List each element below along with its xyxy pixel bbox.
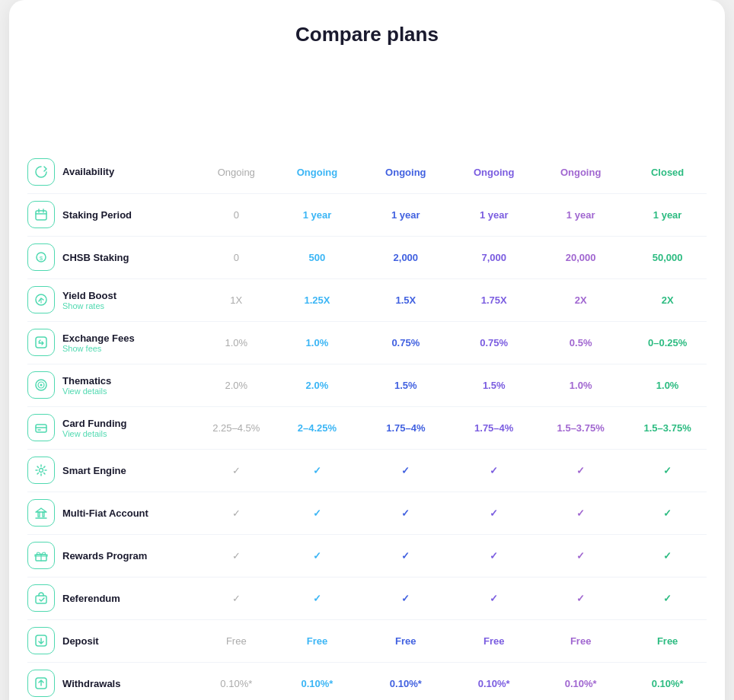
page-title: Compare plans — [27, 23, 707, 46]
cell-3-3: 1.75X — [455, 278, 533, 321]
cell-value-1-1: 1 year — [300, 209, 335, 221]
plan-icon-standard — [216, 74, 256, 113]
cell-value-0-4: Ongoing — [557, 167, 604, 178]
cell-12-2: 0.10%* — [356, 662, 455, 700]
cell-value-3-2: 1.5X — [392, 294, 419, 306]
cell-value-2-5: 50,000 — [649, 252, 686, 263]
feature-row-8: Multi-Fiat Account ✓✓✓✓✓✓ — [27, 492, 707, 534]
cell-value-1-4: 1 year — [563, 209, 598, 221]
cell-value-3-0: 1X — [227, 294, 245, 306]
feature-sub-3[interactable]: Show rates — [62, 301, 116, 310]
cell-value-8-4: ✓ — [573, 508, 588, 519]
cell-value-12-2: 0.10%* — [387, 678, 425, 689]
plan-header-box-genesis: Genesis — [631, 65, 704, 138]
cell-value-12-1: 0.10%* — [298, 678, 336, 689]
compare-table: Standard Explorer Community Pioneer — [27, 65, 707, 700]
feature-name-cell-12: Withdrawals — [27, 662, 195, 700]
plan-header-pioneer: Pioneer — [455, 65, 533, 151]
cell-value-6-4: 1.5–3.75% — [554, 422, 608, 434]
cell-0-3: Ongoing — [455, 151, 533, 193]
feature-row-7: Smart Engine ✓✓✓✓✓✓ — [27, 449, 707, 492]
cell-1-0: 0 — [195, 193, 278, 236]
feature-row-10: Referendum ✓✓✓✓✓✓ — [27, 577, 707, 619]
cell-1-3: 1 year — [455, 193, 533, 236]
cell-value-10-2: ✓ — [398, 593, 413, 604]
cell-value-9-2: ✓ — [398, 550, 413, 562]
feature-name-9: Rewards Program — [62, 550, 147, 562]
cell-7-4: ✓ — [533, 449, 628, 492]
cell-12-5: 0.10%* — [628, 662, 707, 700]
cell-5-4: 1.0% — [533, 364, 628, 406]
feature-sub-6[interactable]: View details — [62, 429, 127, 438]
cell-8-0: ✓ — [195, 492, 278, 534]
svg-rect-22 — [43, 512, 44, 517]
cell-12-3: 0.10%* — [455, 662, 533, 700]
cell-value-6-1: 2–4.25% — [295, 422, 340, 434]
feature-icon-4 — [27, 329, 55, 356]
feature-cell-4: Exchange Fees Show fees — [27, 329, 195, 356]
cell-value-5-1: 2.0% — [303, 380, 332, 391]
feature-cell-11: Deposit — [27, 627, 195, 654]
plan-header-community: Community — [356, 65, 455, 151]
cell-7-1: ✓ — [278, 449, 357, 492]
cell-value-1-0: 0 — [231, 209, 242, 221]
cell-value-2-3: 7,000 — [478, 252, 509, 263]
cell-value-4-5: 0–0.25% — [645, 337, 690, 348]
feature-name-cell-11: Deposit — [27, 619, 195, 662]
feature-sub-4[interactable]: Show fees — [62, 344, 135, 353]
cell-2-4: 20,000 — [533, 236, 628, 278]
cell-value-0-3: Ongoing — [471, 167, 517, 178]
feature-name-cell-5: Thematics View details — [27, 364, 195, 406]
svg-rect-19 — [36, 425, 46, 432]
feature-row-4: Exchange Fees Show fees 1.0%1.0%0.75%0.7… — [27, 321, 707, 364]
cell-8-3: ✓ — [455, 492, 533, 534]
cell-2-5: 50,000 — [628, 236, 707, 278]
cell-3-2: 1.5X — [356, 278, 455, 321]
cell-2-1: 500 — [278, 236, 357, 278]
cell-value-6-2: 1.75–4% — [383, 422, 428, 434]
cell-value-5-3: 1.5% — [480, 380, 509, 391]
cell-9-5: ✓ — [628, 534, 707, 577]
feature-cell-8: Multi-Fiat Account — [27, 499, 195, 527]
cell-2-0: 0 — [195, 236, 278, 278]
feature-row-12: Withdrawals 0.10%*0.10%*0.10%*0.10%*0.10… — [27, 662, 707, 700]
feature-name-cell-2: $ CHSB Staking — [27, 236, 195, 278]
feature-icon-2: $ — [27, 243, 55, 271]
compare-plans-card: Compare plans Standard Explorer Communit… — [9, 0, 725, 700]
cell-value-10-0: ✓ — [229, 593, 244, 604]
feature-row-9: Rewards Program ✓✓✓✓✓✓ — [27, 534, 707, 577]
cell-value-4-4: 0.5% — [566, 337, 595, 348]
cell-value-3-5: 2X — [659, 294, 677, 306]
feature-sub-5[interactable]: View details — [62, 387, 111, 396]
feature-name-6: Card Funding — [62, 418, 127, 429]
cell-value-8-3: ✓ — [487, 508, 501, 519]
cell-9-4: ✓ — [533, 534, 628, 577]
cell-7-3: ✓ — [455, 449, 533, 492]
cell-value-11-3: Free — [480, 635, 507, 647]
feature-name-cell-8: Multi-Fiat Account — [27, 492, 195, 534]
cell-value-8-0: ✓ — [229, 508, 244, 519]
cell-value-9-0: ✓ — [229, 550, 244, 562]
cell-value-9-3: ✓ — [487, 550, 501, 562]
cell-0-4: Ongoing — [533, 151, 628, 193]
svg-rect-21 — [38, 512, 40, 517]
cell-value-10-3: ✓ — [487, 593, 501, 604]
cell-6-1: 2–4.25% — [278, 406, 357, 449]
plan-icon-generation — [561, 74, 601, 113]
cell-value-5-0: 2.0% — [222, 380, 251, 391]
cell-value-11-2: Free — [392, 635, 419, 647]
cell-value-7-1: ✓ — [310, 465, 324, 476]
feature-icon-12 — [27, 670, 55, 697]
cell-7-5: ✓ — [628, 449, 707, 492]
cell-11-1: Free — [278, 619, 357, 662]
feature-name-8: Multi-Fiat Account — [62, 508, 148, 519]
cell-value-11-5: Free — [654, 635, 681, 647]
feature-name-cell-0: Availability — [27, 151, 195, 193]
cell-value-9-1: ✓ — [310, 550, 324, 562]
cell-12-4: 0.10%* — [533, 662, 628, 700]
cell-value-4-3: 0.75% — [477, 337, 511, 348]
feature-cell-2: $ CHSB Staking — [27, 243, 195, 271]
cell-1-1: 1 year — [278, 193, 357, 236]
cell-value-6-5: 1.5–3.75% — [641, 422, 694, 434]
feature-row-1: Staking Period 01 year1 year1 year1 year… — [27, 193, 707, 236]
